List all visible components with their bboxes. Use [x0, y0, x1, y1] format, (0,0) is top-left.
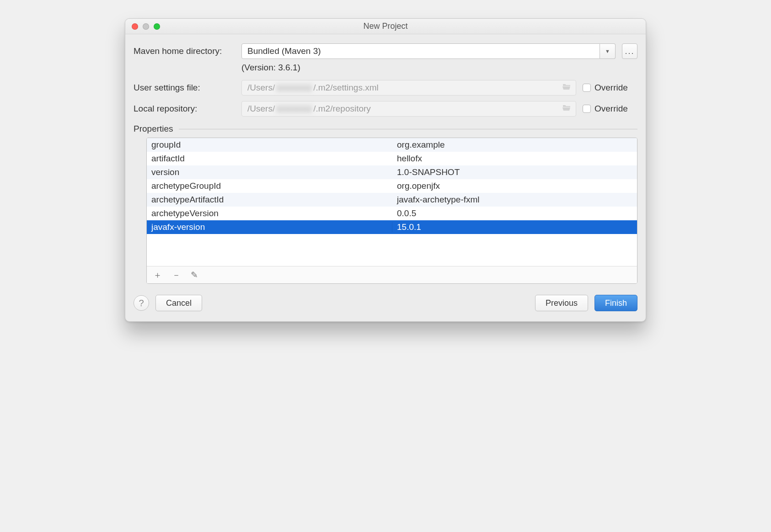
property-value: 0.0.5: [392, 208, 637, 218]
user-settings-path-redacted: xxxxxxxx: [276, 83, 312, 93]
window-controls: [132, 23, 160, 30]
property-key: artifactId: [147, 154, 392, 164]
minimize-icon: [143, 23, 149, 30]
property-value: org.example: [392, 140, 637, 150]
property-key: javafx-version: [147, 222, 392, 232]
table-row[interactable]: archetypeGroupIdorg.openjfx: [147, 179, 637, 193]
local-repo-path-redacted: xxxxxxxx: [276, 104, 312, 114]
zoom-icon[interactable]: [154, 23, 160, 30]
close-icon[interactable]: [132, 23, 138, 30]
maven-home-dropdown-button[interactable]: ▼: [600, 43, 616, 59]
window-title: New Project: [363, 21, 407, 31]
properties-table: groupIdorg.exampleartifactIdhellofxversi…: [146, 138, 637, 284]
user-settings-label: User settings file:: [134, 83, 235, 93]
user-settings-override-label: Override: [594, 83, 628, 93]
maven-home-combo[interactable]: Bundled (Maven 3) ▼: [241, 43, 616, 59]
cancel-button[interactable]: Cancel: [155, 295, 202, 311]
property-value: javafx-archetype-fxml: [392, 195, 637, 205]
table-row[interactable]: groupIdorg.example: [147, 138, 637, 152]
add-button[interactable]: ＋: [153, 269, 162, 281]
property-value: hellofx: [392, 154, 637, 164]
local-repo-path-suffix: /.m2/repository: [313, 104, 371, 114]
titlebar: New Project: [125, 19, 646, 34]
edit-button[interactable]: ✎: [191, 270, 198, 280]
remove-button[interactable]: －: [172, 269, 181, 281]
folder-open-icon: [562, 83, 571, 93]
properties-body[interactable]: groupIdorg.exampleartifactIdhellofxversi…: [147, 138, 637, 266]
table-row[interactable]: artifactIdhellofx: [147, 152, 637, 165]
user-settings-override-checkbox[interactable]: [583, 84, 591, 92]
property-key: groupId: [147, 140, 392, 150]
local-repo-override[interactable]: Override: [583, 104, 637, 114]
local-repo-field: /Users/ xxxxxxxx /.m2/repository: [241, 101, 576, 117]
properties-header: Properties: [134, 124, 637, 134]
folder-open-icon: [562, 104, 571, 114]
maven-version-note: (Version: 3.6.1): [241, 63, 637, 73]
property-key: archetypeGroupId: [147, 181, 392, 191]
property-value: org.openjfx: [392, 181, 637, 191]
local-repo-row: Local repository: /Users/ xxxxxxxx /.m2/…: [134, 101, 637, 117]
local-repo-label: Local repository:: [134, 104, 235, 114]
property-value: 1.0-SNAPSHOT: [392, 167, 637, 177]
property-key: archetypeArtifactId: [147, 195, 392, 205]
chevron-down-icon: ▼: [605, 48, 610, 54]
pencil-icon: ✎: [191, 270, 198, 280]
finish-button[interactable]: Finish: [594, 295, 637, 311]
table-row[interactable]: archetypeArtifactIdjavafx-archetype-fxml: [147, 193, 637, 207]
separator: [179, 129, 637, 129]
dialog-window: New Project Maven home directory: Bundle…: [125, 18, 646, 322]
table-row[interactable]: version1.0-SNAPSHOT: [147, 165, 637, 179]
table-row[interactable]: javafx-version15.0.1: [147, 220, 637, 234]
user-settings-path-suffix: /.m2/settings.xml: [313, 83, 379, 93]
properties-title: Properties: [134, 124, 173, 134]
user-settings-field: /Users/ xxxxxxxx /.m2/settings.xml: [241, 80, 576, 96]
table-row[interactable]: archetypeVersion0.0.5: [147, 207, 637, 220]
properties-toolbar: ＋ － ✎: [147, 266, 637, 283]
dialog-button-bar: ? Cancel Previous Finish: [125, 284, 646, 321]
user-settings-path-prefix: /Users/: [247, 83, 275, 93]
minus-icon: －: [172, 270, 181, 280]
user-settings-row: User settings file: /Users/ xxxxxxxx /.m…: [134, 80, 637, 96]
local-repo-override-label: Override: [594, 104, 628, 114]
plus-icon: ＋: [153, 270, 162, 280]
dialog-content: Maven home directory: Bundled (Maven 3) …: [125, 34, 646, 284]
property-key: archetypeVersion: [147, 208, 392, 218]
maven-home-label: Maven home directory:: [134, 46, 235, 56]
maven-home-row: Maven home directory: Bundled (Maven 3) …: [134, 43, 637, 59]
maven-home-browse-button[interactable]: ...: [622, 43, 637, 59]
local-repo-override-checkbox[interactable]: [583, 105, 591, 113]
property-value: 15.0.1: [392, 222, 637, 232]
property-key: version: [147, 167, 392, 177]
help-button[interactable]: ?: [134, 295, 149, 311]
maven-home-value[interactable]: Bundled (Maven 3): [241, 43, 600, 59]
user-settings-override[interactable]: Override: [583, 83, 637, 93]
previous-button[interactable]: Previous: [535, 295, 588, 311]
local-repo-path-prefix: /Users/: [247, 104, 275, 114]
